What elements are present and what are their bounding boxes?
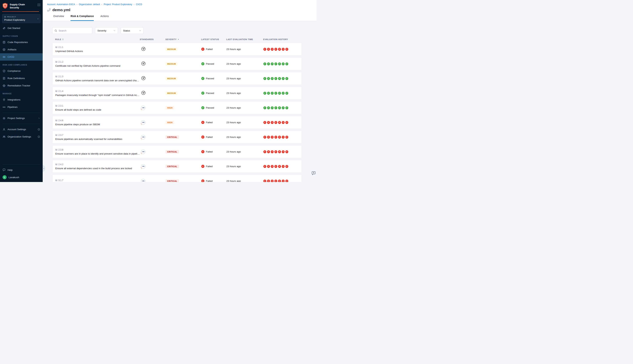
status-label: Failed [206,150,213,153]
history-pass-icon: ✓ [285,77,288,80]
table-row[interactable]: Id: 2.3.1Ensure all build steps are defi… [52,101,302,114]
history-fail-icon: × [282,150,285,153]
sidebar-item-pipelines[interactable]: Pipelines [0,104,43,111]
history-pass-icon: ✓ [267,106,270,109]
sidebar-item-help[interactable]: Help [0,166,43,174]
cis-icon: CIS [141,150,146,154]
breadcrumb-link[interactable]: Account: Automation-SSCA [47,3,75,6]
sidebar-item-label: Account Settings [8,128,26,131]
sidebar-item-label: Project Settings [8,117,25,120]
breadcrumb-separator: › [102,3,102,6]
history-fail-icon: × [282,121,285,124]
history-fail-icon: × [271,150,274,153]
column-header-standards: STANDARDS [140,38,166,40]
sidebar-item-organization-settings[interactable]: Organization Settings [0,133,43,140]
severity-dropdown[interactable]: Severity [95,27,118,34]
history-pass-icon: ✓ [264,77,266,80]
sidebar-nav: Get StartedSUPPLY CHAINCode Repositories… [0,24,43,162]
chat-bubble-icon[interactable] [311,171,316,176]
history-fail-icon: × [285,180,288,182]
sidebar-item-get-started[interactable]: Get Started [0,24,43,32]
history-fail-icon: × [271,165,274,168]
table-row[interactable]: Id: 2.4.6Ensure pipeline steps produce a… [52,116,302,129]
rule-id: Id: 2.4.2 [55,163,140,166]
history-fail-icon: × [285,165,288,168]
tab-actions[interactable]: Actions [100,15,109,21]
sidebar-item-account-settings[interactable]: Account Settings [0,126,43,133]
cicd-icon [2,56,6,58]
rule-name: Ensure scanners are in place to identify… [55,152,140,155]
rule-name: GitHub Actions pipeline commands transmi… [55,79,140,82]
chevron-down-icon [114,30,116,32]
evaluation-history: ××××××× [264,180,299,182]
sidebar-item-label: Code Repositories [8,41,28,44]
table-row[interactable]: Id: 2.4.2Ensure all external dependencie… [52,160,302,173]
table-row[interactable]: Id: 2.3.7Ensure pipelines are automatica… [52,130,302,144]
sidebar-item-remediation-tracker[interactable]: Remediation Tracker [0,82,43,89]
history-fail-icon: × [267,48,270,51]
history-fail-icon: × [278,180,281,182]
tab-overview[interactable]: Overview [53,15,64,21]
evaluation-history: ××××××× [264,121,299,124]
last-evaluation-time: 23 hours ago [226,62,264,65]
sidebar-item-code-repositories[interactable]: Code Repositories [0,39,43,46]
column-header-last-evaluation-time: LAST EVALUATION TIME [226,38,263,40]
sidebar-item-compliance[interactable]: Compliance [0,68,43,75]
table-row[interactable]: Id: 2.1.3GitHub Actions pipeline command… [52,72,302,85]
history-fail-icon: × [264,150,266,153]
breadcrumb-link[interactable]: Project: Product Exploratory [104,3,132,6]
rocket-icon [2,27,6,30]
project-selector[interactable]: PROJECT Product Exploratory › [2,14,40,23]
sidebar-item-project-settings[interactable]: Project Settings [0,114,43,122]
history-fail-icon: × [271,180,274,182]
history-fail-icon: × [264,48,266,51]
history-pass-icon: ✓ [278,106,281,109]
search-input[interactable] [58,29,90,32]
sidebar-item-rule-definitions[interactable]: Rule Definitions [0,75,43,82]
status-label: Passed [206,92,214,94]
breadcrumb-link[interactable]: Organization: default [79,3,100,6]
evaluation-history: ××××××× [264,136,299,138]
table-row[interactable]: Id: 2.1.1Unpinned GitHub ActionsMEDIUM×F… [52,43,302,56]
pipelines-icon [2,106,6,108]
search-box[interactable] [52,27,92,34]
divider [2,124,40,124]
history-pass-icon: ✓ [282,106,285,109]
table-row[interactable]: Id: 2.1.4Packages insecurely installed t… [52,86,302,100]
severity-badge: CRITICAL [166,136,179,139]
status-dropdown[interactable]: Status [121,27,144,34]
last-evaluation-time: 23 hours ago [226,121,264,124]
history-pass-icon: ✓ [271,77,274,80]
sidebar-item-label: Get Started [8,27,20,30]
sidebar-section-header: SUPPLY CHAIN [0,32,43,39]
github-actions-icon [141,46,146,51]
column-header-rule[interactable]: RULE▲▼ [55,38,140,40]
history-fail-icon: × [267,165,270,168]
cis-icon: CIS [141,120,146,125]
history-fail-icon: × [278,165,281,168]
last-evaluation-time: 23 hours ago [226,106,264,109]
sidebar-item-artifacts[interactable]: Artifacts [0,46,43,53]
table-row[interactable]: Id: 3.1.7CISCRITICAL×Failed23 hours ago×… [52,174,302,182]
user-name: Lavakush [8,176,19,179]
table-row[interactable]: Id: 2.1.2Certificate not verified by Git… [52,57,302,70]
tab-risk-compliance[interactable]: Risk & Compliance [70,15,94,21]
breadcrumb-link[interactable]: CI/CD [136,3,142,6]
breadcrumb-separator: › [134,3,134,6]
severity-badge: HIGH [166,106,174,110]
column-header-severity[interactable]: SEVERITY▼ [166,38,201,40]
sidebar-item-label: Remediation Tracker [8,84,30,87]
column-label: EVALUATION HISTORY [263,38,288,40]
sidebar-item-integrations[interactable]: Integrations [0,96,43,104]
app-switcher-icon[interactable] [37,3,40,6]
last-evaluation-time: 23 hours ago [226,180,264,182]
table-row[interactable]: Id: 2.3.8Ensure scanners are in place to… [52,145,302,158]
last-evaluation-time: 23 hours ago [226,48,264,50]
status-label: Failed [206,121,213,124]
history-pass-icon: ✓ [271,62,274,65]
severity-badge: CRITICAL [166,150,179,154]
sidebar-item-user[interactable]: L Lavakush [0,174,43,181]
sidebar-item-ci-cd[interactable]: CI/CD [0,53,43,60]
status-label: Passed [206,77,214,80]
evaluation-history: ××××××× [264,165,299,168]
